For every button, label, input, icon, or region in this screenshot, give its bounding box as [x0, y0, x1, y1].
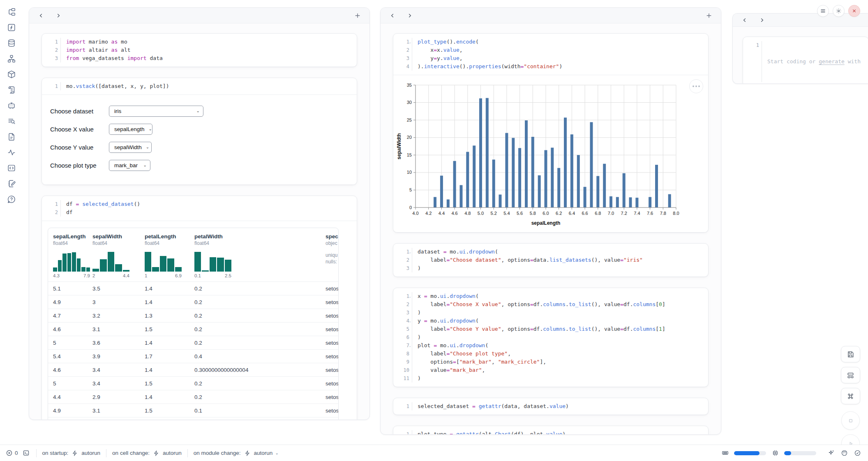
- code-line: mo.vstack([dataset, x, y, plot]): [66, 82, 357, 90]
- column-histogram: [145, 250, 182, 272]
- chat-bot-icon[interactable]: [6, 100, 17, 111]
- line-number: 3: [42, 54, 58, 62]
- file-tree-icon[interactable]: [6, 7, 17, 17]
- history-forward-button[interactable]: [404, 10, 415, 21]
- scroll-icon[interactable]: [6, 85, 17, 95]
- cell-editor[interactable]: 1plot_type = getattr(alt.Chart(df), plot…: [393, 426, 708, 435]
- connected-check-icon[interactable]: [853, 449, 861, 457]
- floating-actions: [841, 346, 860, 453]
- code-lines: plot_type = getattr(alt.Chart(df), plot.…: [412, 430, 708, 435]
- ai-sparkle-icon[interactable]: [827, 449, 835, 457]
- stop-button[interactable]: [841, 411, 860, 430]
- dropdown-value: sepalLength: [114, 126, 145, 132]
- histogram-bar: [217, 258, 224, 272]
- cell-editor[interactable]: 1mo.vstack([dataset, x, y, plot]): [42, 78, 357, 95]
- panel-left-header: [29, 8, 369, 23]
- history-back-button[interactable]: [387, 10, 398, 21]
- settings-gear-button[interactable]: [833, 5, 845, 17]
- function-square-icon[interactable]: [6, 22, 17, 33]
- chart-svg[interactable]: 4.04.24.44.64.85.05.25.45.65.86.06.26.46…: [396, 81, 683, 227]
- cell-editor[interactable]: 1⌄234⌄567⌄891011x = mo.ui.dropdown( labe…: [393, 288, 708, 387]
- table-clip: sepalLengthfloat644.37.9sepalWidthfloat6…: [48, 228, 338, 417]
- line-number: 4⌄: [393, 317, 409, 325]
- line-number-gutter: 1: [42, 82, 61, 90]
- line-number-text: 5: [406, 326, 409, 332]
- document-icon[interactable]: [6, 131, 17, 142]
- dropdown-select[interactable]: sepalWidth⌄: [109, 142, 152, 153]
- history-back-button[interactable]: [36, 10, 46, 21]
- dropdown-select[interactable]: iris⌄: [109, 106, 203, 117]
- on-startup-setting[interactable]: on startup: autorun: [42, 449, 101, 457]
- line-number: 1⌄: [393, 292, 409, 300]
- sitemap-icon[interactable]: [6, 53, 17, 64]
- cell-editor[interactable]: 12df = selected_dataset()df: [42, 196, 357, 221]
- fold-chevron-icon[interactable]: ⌄: [409, 248, 411, 256]
- terminal-icon[interactable]: [22, 449, 30, 457]
- cell-editor[interactable]: 1⌄234plot_type().encode( x=x.value, y=y.…: [393, 34, 708, 75]
- command-palette-button[interactable]: [841, 388, 860, 404]
- generate-with-ai-link[interactable]: generate: [819, 58, 845, 65]
- close-button[interactable]: [848, 5, 860, 17]
- layout-grid-button[interactable]: [841, 367, 860, 383]
- chevron-down-icon: ⌄: [196, 109, 200, 113]
- activity-icon[interactable]: [6, 147, 17, 158]
- line-number: 7⌄: [393, 341, 409, 350]
- empty-code-cell[interactable]: 1 Start coding or generate with: [743, 37, 868, 84]
- errors-icon[interactable]: [5, 449, 13, 457]
- histogram-range: 4.37.9: [53, 273, 90, 278]
- code-line: ): [418, 333, 708, 341]
- dropdown-value: mark_bar: [114, 162, 138, 168]
- history-forward-button[interactable]: [757, 15, 767, 25]
- search-list-icon[interactable]: [6, 116, 17, 127]
- range-max: 6.9: [175, 273, 182, 278]
- line-number: 6: [393, 333, 409, 341]
- history-forward-button[interactable]: [53, 10, 64, 21]
- fold-chevron-icon[interactable]: ⌄: [409, 317, 411, 325]
- dropdown-select[interactable]: mark_bar⌄: [109, 160, 150, 171]
- chart-actions-button[interactable]: [689, 79, 703, 93]
- line-number: 1⌄: [393, 248, 409, 256]
- database-icon[interactable]: [6, 38, 17, 48]
- add-cell-button[interactable]: [704, 10, 714, 21]
- code-snippet-icon[interactable]: [6, 163, 17, 173]
- chevron-down-icon: ⌄: [149, 127, 152, 131]
- svg-text:7.2: 7.2: [621, 211, 627, 216]
- histogram-bar: [175, 267, 182, 272]
- dropdown-select[interactable]: sepalLength⌄: [109, 124, 152, 135]
- table-cell: 0.2: [194, 286, 326, 292]
- cell-editor[interactable]: 123import marimo as moimport altair as a…: [42, 34, 357, 67]
- column-header[interactable]: sepalLengthfloat644.37.9: [48, 233, 92, 278]
- package-icon[interactable]: [6, 69, 17, 80]
- table-cell: 0.2: [194, 394, 326, 400]
- cell-editor[interactable]: 1⌄23dataset = mo.ui.dropdown( label="Cho…: [393, 244, 708, 277]
- history-back-button[interactable]: [739, 15, 750, 25]
- code-lines: selected_dataset = getattr(data, dataset…: [412, 402, 708, 410]
- cell-editor[interactable]: 1selected_dataset = getattr(data, datase…: [393, 398, 708, 415]
- fold-chevron-icon[interactable]: ⌄: [409, 342, 411, 350]
- cell-output: 4.04.24.44.64.85.05.25.45.65.86.06.26.46…: [393, 75, 708, 232]
- fold-chevron-icon[interactable]: ⌄: [409, 38, 411, 46]
- svg-text:25: 25: [407, 118, 412, 122]
- copilot-icon[interactable]: [840, 449, 848, 457]
- editor-placeholder[interactable]: Start coding or generate with: [767, 58, 868, 66]
- table-cell: 3: [92, 299, 145, 305]
- line-number: 3: [393, 309, 409, 317]
- on-cell-change-setting[interactable]: on cell change: autorun: [112, 449, 182, 457]
- menu-button[interactable]: [817, 5, 829, 17]
- table-cell: 1.3: [145, 313, 194, 319]
- on-module-change-setting[interactable]: on module change: autorun ⌄: [194, 449, 279, 457]
- column-header[interactable]: petalLengthfloat6416.9: [145, 233, 194, 278]
- fold-chevron-icon[interactable]: ⌄: [409, 293, 411, 301]
- column-header[interactable]: sepalWidthfloat6424.4: [92, 233, 145, 278]
- save-button[interactable]: [841, 346, 860, 362]
- table-cell: 4.6: [48, 326, 92, 332]
- code-lines: df = selected_dataset()df: [61, 200, 357, 217]
- cpu-icon: [771, 449, 779, 457]
- svg-text:10: 10: [407, 170, 412, 175]
- line-number: 2: [393, 46, 409, 54]
- add-cell-button[interactable]: [352, 10, 363, 21]
- column-header[interactable]: petalWidthfloat640.12.5: [194, 233, 326, 278]
- notebook-edit-icon[interactable]: [6, 178, 17, 189]
- column-header[interactable]: speciobjecuniqunulls:: [326, 233, 338, 278]
- help-chat-icon[interactable]: [6, 194, 17, 205]
